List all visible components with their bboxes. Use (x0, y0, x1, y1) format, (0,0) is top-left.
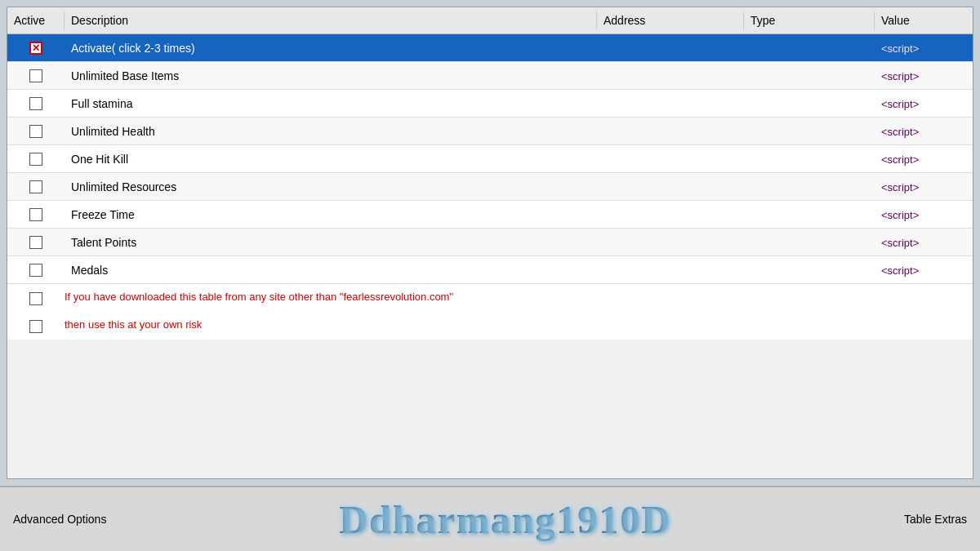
row-description: Full stamina (65, 94, 597, 113)
row-type (744, 267, 875, 273)
row-value: <script> (875, 149, 973, 169)
row-description: Unlimited Base Items (65, 66, 597, 86)
row-description: Freeze Time (65, 205, 597, 224)
script-tag: <script> (881, 126, 919, 138)
row-value: <script> (875, 38, 973, 58)
table-body: ✕ Activate( click 2-3 times) <script> Un… (7, 34, 973, 478)
header-active: Active (7, 11, 65, 30)
table-row[interactable]: Unlimited Resources <script> (7, 173, 973, 201)
warning-row: If you have downloaded this table from a… (7, 284, 973, 312)
checkbox[interactable] (29, 320, 42, 333)
checkbox[interactable] (29, 236, 42, 249)
table-row[interactable]: Talent Points <script> (7, 229, 973, 256)
script-tag: <script> (881, 42, 919, 55)
row-value: <script> (875, 94, 973, 113)
script-tag: <script> (881, 264, 919, 277)
row-type (744, 156, 875, 162)
table-row[interactable]: One Hit Kill <script> (7, 145, 973, 173)
checkbox[interactable] (29, 264, 42, 277)
row-type (744, 73, 875, 79)
cheat-table: Active Description Address Type Value ✕ … (7, 7, 973, 479)
header-type: Type (744, 11, 875, 30)
warning-row-2: then use this at your own risk (7, 312, 973, 340)
header-description: Description (65, 11, 597, 30)
row-checkbox-cell[interactable] (7, 94, 65, 113)
checkbox[interactable] (29, 208, 42, 221)
row-checkbox-cell[interactable] (7, 149, 65, 169)
checkbox[interactable] (29, 153, 42, 166)
row-value: <script> (875, 122, 973, 141)
row-value: <script> (875, 260, 973, 280)
script-tag: <script> (881, 70, 919, 82)
row-address (597, 239, 744, 246)
row-checkbox-cell[interactable] (7, 122, 65, 141)
row-description: Talent Points (65, 233, 597, 252)
checkbox[interactable] (29, 69, 42, 82)
row-value: <script> (875, 177, 973, 197)
table-row[interactable]: Full stamina <script> (7, 90, 973, 118)
row-type (744, 211, 875, 218)
script-tag: <script> (881, 237, 919, 249)
checkbox[interactable] (29, 180, 42, 193)
script-tag: <script> (881, 181, 919, 193)
row-description: Medals (65, 260, 597, 280)
row-address (597, 211, 744, 218)
row-checkbox-cell[interactable] (7, 66, 65, 86)
row-description: Activate( click 2-3 times) (65, 38, 597, 58)
row-value: <script> (875, 66, 973, 86)
table-row[interactable]: Medals <script> (7, 256, 973, 284)
warning-text-line2: then use this at your own risk (65, 317, 973, 334)
check-mark: ✕ (32, 43, 40, 53)
logo: Ddharmang1910D (339, 497, 671, 542)
script-tag: <script> (881, 98, 919, 110)
warning-text-line1: If you have downloaded this table from a… (65, 289, 973, 306)
logo-text: Ddharmang1910D (339, 498, 671, 541)
row-description: Unlimited Resources (65, 177, 597, 197)
table-header: Active Description Address Type Value (7, 7, 973, 34)
row-address (597, 100, 744, 107)
row-description: One Hit Kill (65, 149, 597, 169)
checkbox[interactable] (29, 125, 42, 138)
warning-checkbox-cell-1[interactable] (7, 289, 65, 309)
row-value: <script> (875, 205, 973, 224)
table-row[interactable]: ✕ Activate( click 2-3 times) <script> (7, 34, 973, 62)
row-address (597, 267, 744, 273)
footer: Advanced Options Ddharmang1910D Table Ex… (0, 486, 980, 551)
advanced-options-button[interactable]: Advanced Options (13, 513, 106, 526)
table-row[interactable]: Unlimited Base Items <script> (7, 62, 973, 90)
row-checkbox-cell[interactable]: ✕ (7, 38, 65, 58)
row-type (744, 239, 875, 246)
row-checkbox-cell[interactable] (7, 177, 65, 197)
table-row[interactable]: Freeze Time <script> (7, 201, 973, 229)
script-tag: <script> (881, 153, 919, 166)
row-address (597, 45, 744, 51)
header-address: Address (597, 11, 744, 30)
row-address (597, 156, 744, 162)
table-extras-button[interactable]: Table Extras (904, 513, 967, 526)
checkbox-active[interactable]: ✕ (29, 42, 42, 55)
row-checkbox-cell[interactable] (7, 205, 65, 224)
row-address (597, 128, 744, 135)
row-type (744, 100, 875, 107)
row-type (744, 128, 875, 135)
row-type (744, 184, 875, 190)
row-description: Unlimited Health (65, 122, 597, 141)
warning-checkbox-cell-2[interactable] (7, 317, 65, 336)
row-address (597, 73, 744, 79)
row-checkbox-cell[interactable] (7, 260, 65, 280)
checkbox[interactable] (29, 292, 42, 305)
row-value: <script> (875, 233, 973, 252)
header-value: Value (875, 11, 973, 30)
row-type (744, 45, 875, 51)
row-address (597, 184, 744, 190)
table-row[interactable]: Unlimited Health <script> (7, 118, 973, 145)
script-tag: <script> (881, 209, 919, 221)
row-checkbox-cell[interactable] (7, 233, 65, 252)
checkbox[interactable] (29, 97, 42, 110)
